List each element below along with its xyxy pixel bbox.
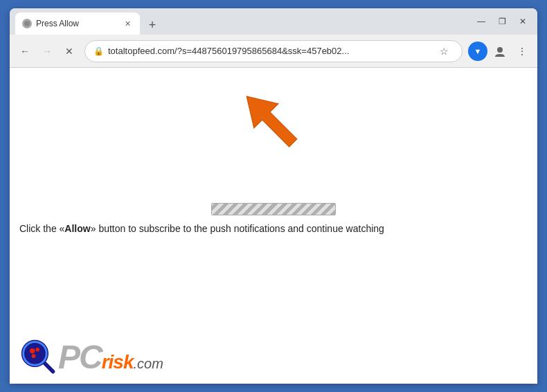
url-text: totaltopfeed.com/?s=448756019795865684&s…	[108, 46, 430, 56]
profile-button[interactable]	[490, 42, 510, 61]
svg-point-1	[497, 47, 503, 53]
svg-point-5	[30, 348, 35, 353]
pcrisk-text: PC risk .com	[58, 341, 163, 374]
svg-point-0	[24, 21, 30, 26]
stop-reload-button[interactable]: ✕	[60, 42, 79, 61]
lock-icon: 🔒	[93, 46, 104, 56]
tab-title: Press Allow	[36, 19, 118, 28]
svg-point-6	[35, 348, 39, 352]
active-tab[interactable]: Press Allow ✕	[15, 12, 140, 35]
pc-text: PC	[58, 341, 102, 374]
svg-line-8	[43, 362, 53, 372]
browser-window: Press Allow ✕ + — ❐ ✕ ← → ✕ 🔒 totaltopfe…	[10, 8, 537, 384]
extension-icon[interactable]: ▼	[468, 42, 487, 61]
tab-favicon	[22, 19, 32, 28]
forward-button[interactable]: →	[37, 42, 57, 61]
extension-icon-symbol: ▼	[474, 47, 482, 55]
svg-point-7	[32, 354, 36, 358]
new-tab-button[interactable]: +	[143, 15, 162, 35]
address-bar[interactable]: 🔒 totaltopfeed.com/?s=448756019795865684…	[84, 40, 463, 62]
arrow-icon	[232, 82, 315, 165]
page-content: Click the «Allow» button to subscribe to…	[10, 68, 537, 384]
svg-marker-2	[234, 84, 305, 155]
dotcom-text: .com	[134, 356, 163, 372]
arrow-container	[232, 82, 315, 168]
menu-button[interactable]: ⋮	[512, 42, 532, 61]
window-controls: — ❐ ✕	[472, 14, 532, 29]
minimize-button[interactable]: —	[472, 14, 490, 29]
tab-close-button[interactable]: ✕	[122, 18, 133, 29]
maximize-button[interactable]: ❐	[493, 14, 511, 29]
progress-bar-container	[211, 203, 336, 215]
pcrisk-logo-icon	[19, 338, 58, 377]
progress-bar	[211, 203, 336, 215]
nav-bar: ← → ✕ 🔒 totaltopfeed.com/?s=448756019795…	[10, 35, 537, 68]
allow-keyword: Allow	[64, 223, 90, 234]
svg-point-4	[26, 344, 44, 362]
back-button[interactable]: ←	[15, 42, 35, 61]
risk-text: risk	[102, 353, 134, 372]
title-bar: Press Allow ✕ + — ❐ ✕	[10, 8, 537, 35]
bookmark-icon[interactable]: ☆	[434, 42, 454, 61]
pcrisk-logo: PC risk .com	[19, 338, 163, 377]
close-button[interactable]: ✕	[514, 14, 532, 29]
message-text: Click the «Allow» button to subscribe to…	[19, 222, 528, 236]
